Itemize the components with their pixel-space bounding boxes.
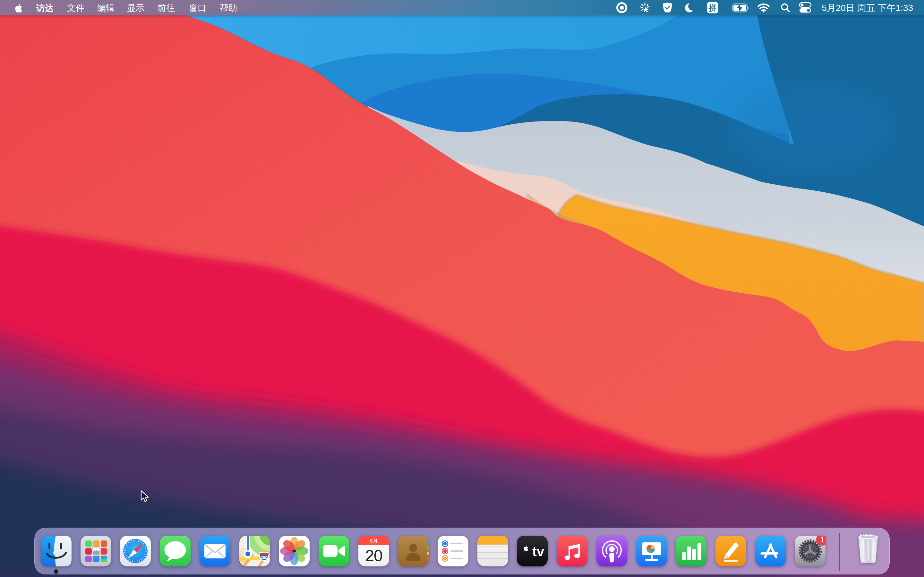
svg-text:1: 1 [820,536,825,544]
svg-text:20: 20 [365,547,383,565]
svg-text:280: 280 [260,555,268,560]
svg-text:5月: 5月 [370,538,377,544]
svg-text:tv: tv [532,544,544,559]
svg-text:拼: 拼 [708,3,717,12]
